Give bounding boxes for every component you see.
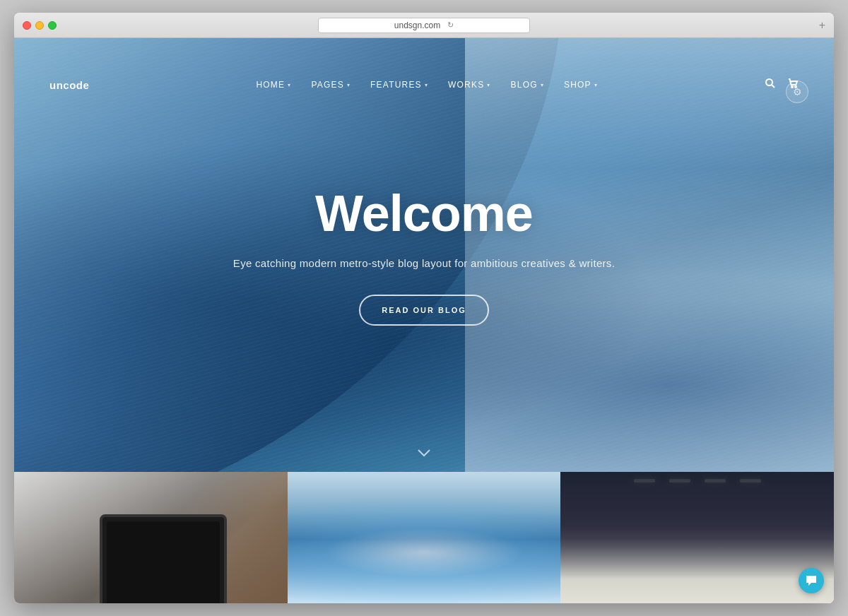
tablet-image <box>100 514 227 603</box>
nav-item-blog[interactable]: BLOG ▾ <box>511 80 544 90</box>
close-button[interactable] <box>23 21 31 30</box>
nav-menu: HOME ▾ PAGES ▾ FEATURES ▾ WORKS ▾ <box>256 80 598 90</box>
chevron-down-icon: ▾ <box>594 82 598 88</box>
maximize-button[interactable] <box>48 21 57 30</box>
hero-subtitle: Eye catching modern metro-style blog lay… <box>212 255 636 272</box>
settings-button[interactable]: ⚙ <box>786 81 808 103</box>
scroll-down-indicator[interactable] <box>417 446 431 461</box>
gallery-item-corridor[interactable] <box>560 472 834 603</box>
refresh-icon[interactable]: ↻ <box>447 20 454 30</box>
chevron-down-icon: ▾ <box>425 82 428 88</box>
ocean-wave <box>288 472 561 603</box>
tablet-screen <box>107 521 220 603</box>
minimize-button[interactable] <box>35 21 44 30</box>
ceiling-light <box>669 479 690 482</box>
chevron-down-icon: ▾ <box>487 82 490 88</box>
chat-widget-button[interactable] <box>799 568 824 593</box>
ceiling-light <box>634 479 655 482</box>
gallery-section <box>14 472 834 603</box>
chevron-down-icon: ▾ <box>347 82 351 88</box>
website-content: uncode HOME ▾ PAGES ▾ FEATURES ▾ <box>14 38 834 603</box>
add-tab-button[interactable]: + <box>819 19 825 32</box>
nav-item-shop[interactable]: SHOP ▾ <box>564 80 598 90</box>
browser-frame: undsgn.com ↻ + uncode HOME ▾ PAGES ▾ <box>14 13 834 603</box>
gallery-item-ocean[interactable] <box>288 472 561 603</box>
search-icon[interactable] <box>765 78 776 92</box>
url-bar[interactable]: undsgn.com ↻ <box>318 18 530 33</box>
ceiling-lights <box>560 479 834 482</box>
page-container: uncode HOME ▾ PAGES ▾ FEATURES ▾ <box>14 38 834 603</box>
ceiling-light <box>705 479 726 482</box>
nav-logo[interactable]: uncode <box>49 79 89 91</box>
navigation: uncode HOME ▾ PAGES ▾ FEATURES ▾ <box>27 64 821 106</box>
read-blog-button[interactable]: READ OUR BLOG <box>359 295 489 326</box>
chevron-down-icon: ▾ <box>288 82 291 88</box>
ceiling-light <box>740 479 761 482</box>
svg-line-1 <box>772 85 775 88</box>
traffic-lights <box>23 21 57 30</box>
hero-title: Welcome <box>212 184 636 242</box>
nav-item-pages[interactable]: PAGES ▾ <box>311 80 351 90</box>
hero-content: Welcome Eye catching modern metro-style … <box>212 184 636 326</box>
nav-item-works[interactable]: WORKS ▾ <box>448 80 491 90</box>
chevron-down-icon: ▾ <box>541 82 544 88</box>
nav-item-home[interactable]: HOME ▾ <box>256 80 291 90</box>
browser-titlebar: undsgn.com ↻ + <box>14 13 834 38</box>
gear-icon: ⚙ <box>793 86 802 97</box>
svg-point-0 <box>766 79 772 85</box>
nav-item-features[interactable]: FEATURES ▾ <box>370 80 428 90</box>
gallery-item-tablet[interactable] <box>14 472 288 603</box>
url-text: undsgn.com <box>394 20 440 30</box>
